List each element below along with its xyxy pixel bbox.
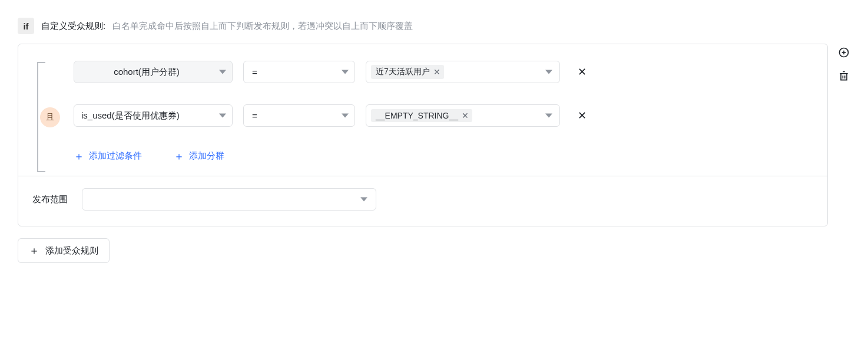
add-group-label: 添加分群 [189, 150, 224, 162]
remove-tag-icon[interactable]: ✕ [462, 111, 469, 120]
release-scope-label: 发布范围 [32, 194, 68, 205]
field-select-value: is_used(是否使用优惠券) [81, 110, 180, 121]
value-tag-label: __EMPTY_STRING__ [376, 111, 458, 120]
chevron-down-icon [219, 70, 226, 74]
add-group-button[interactable]: ＋ 添加分群 [174, 150, 224, 162]
add-rule-icon-button[interactable] [837, 46, 850, 59]
operator-select[interactable]: = [243, 104, 355, 127]
delete-rule-icon-button[interactable] [837, 70, 850, 83]
plus-icon: ＋ [29, 245, 39, 256]
rules-header-hint: 白名单完成命中后按照自上而下判断发布规则，若遇冲突以自上而下顺序覆盖 [112, 21, 413, 32]
operator-select-value: = [252, 67, 257, 77]
operator-select[interactable]: = [243, 61, 355, 83]
if-badge: if [18, 18, 34, 34]
rules-card: 且 cohort(用户分群) = [18, 44, 828, 226]
join-operator-badge[interactable]: 且 [40, 107, 60, 127]
condition-row: is_used(是否使用优惠券) = __EMPTY_STRING__ ✕ [74, 104, 813, 127]
trash-icon [838, 70, 850, 82]
remove-tag-icon[interactable]: ✕ [433, 68, 440, 76]
operator-select-value: = [252, 111, 257, 121]
field-select[interactable]: cohort(用户分群) [74, 61, 233, 83]
value-select[interactable]: 近7天活跃用户 ✕ [366, 61, 560, 83]
remove-row-icon[interactable]: ✕ [575, 65, 589, 78]
plus-circle-icon [838, 47, 850, 58]
add-audience-rule-label: 添加受众规则 [45, 245, 98, 257]
rules-header-label: 自定义受众规则: [41, 21, 105, 32]
add-audience-rule-button[interactable]: ＋ 添加受众规则 [18, 238, 110, 263]
field-select-value: cohort(用户分群) [114, 67, 180, 78]
chevron-down-icon [360, 198, 367, 202]
chevron-down-icon [219, 114, 226, 118]
chevron-down-icon [545, 114, 552, 118]
chevron-down-icon [342, 114, 349, 118]
remove-row-icon[interactable]: ✕ [575, 109, 589, 122]
value-select[interactable]: __EMPTY_STRING__ ✕ [366, 104, 560, 127]
value-tag-label: 近7天活跃用户 [376, 67, 430, 77]
field-select[interactable]: is_used(是否使用优惠券) [74, 104, 233, 127]
release-scope-select[interactable] [82, 188, 376, 211]
condition-row: cohort(用户分群) = 近7天活跃用户 ✕ [74, 61, 813, 83]
condition-bracket: 且 [37, 58, 63, 176]
plus-icon: ＋ [74, 151, 84, 162]
add-filter-button[interactable]: ＋ 添加过滤条件 [74, 150, 142, 162]
plus-icon: ＋ [174, 151, 184, 162]
value-tag: __EMPTY_STRING__ ✕ [371, 109, 472, 122]
chevron-down-icon [545, 70, 552, 74]
chevron-down-icon [342, 70, 349, 74]
value-tag: 近7天活跃用户 ✕ [371, 65, 444, 79]
add-filter-label: 添加过滤条件 [89, 150, 142, 162]
